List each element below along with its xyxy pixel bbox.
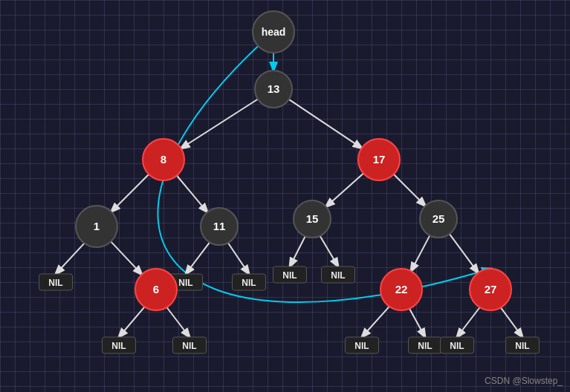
svg-text:NIL: NIL	[354, 341, 369, 351]
svg-line-12	[320, 236, 338, 267]
svg-text:NIL: NIL	[515, 341, 529, 351]
svg-text:NIL: NIL	[182, 341, 196, 351]
svg-line-10	[186, 242, 210, 274]
svg-text:8: 8	[161, 153, 166, 166]
svg-text:11: 11	[213, 220, 226, 232]
svg-text:NIL: NIL	[48, 278, 62, 288]
svg-text:27: 27	[485, 283, 497, 295]
svg-line-8	[111, 241, 142, 274]
watermark: CSDN @Slowstep_	[485, 376, 563, 386]
svg-line-13	[411, 235, 430, 271]
svg-line-6	[394, 174, 426, 206]
svg-line-17	[362, 307, 389, 337]
svg-line-3	[111, 174, 149, 212]
svg-text:15: 15	[306, 212, 319, 225]
svg-line-16	[166, 307, 190, 337]
svg-line-14	[450, 234, 479, 272]
svg-text:NIL: NIL	[111, 341, 126, 351]
svg-line-18	[409, 309, 425, 337]
svg-line-9	[228, 243, 249, 274]
svg-line-5	[326, 174, 363, 207]
svg-line-19	[457, 307, 480, 337]
svg-text:17: 17	[373, 153, 386, 166]
svg-text:6: 6	[153, 283, 159, 295]
svg-text:NIL: NIL	[331, 270, 345, 281]
tree-diagram: NILNILNILNILNILNILNILNILNILNILNILhead138…	[0, 0, 570, 392]
svg-text:NIL: NIL	[450, 341, 464, 351]
svg-text:13: 13	[268, 82, 280, 95]
svg-text:NIL: NIL	[178, 278, 192, 288]
svg-line-20	[501, 307, 522, 337]
svg-text:head: head	[262, 26, 286, 38]
svg-text:25: 25	[433, 212, 445, 225]
svg-text:NIL: NIL	[282, 270, 297, 281]
svg-text:22: 22	[395, 283, 408, 295]
svg-line-7	[56, 244, 84, 274]
svg-text:NIL: NIL	[418, 341, 432, 351]
svg-line-11	[290, 236, 305, 267]
svg-line-15	[119, 307, 144, 337]
svg-text:NIL: NIL	[242, 278, 256, 288]
svg-text:1: 1	[94, 220, 100, 232]
svg-line-1	[181, 99, 258, 148]
svg-line-2	[289, 99, 362, 148]
svg-line-4	[177, 176, 207, 212]
